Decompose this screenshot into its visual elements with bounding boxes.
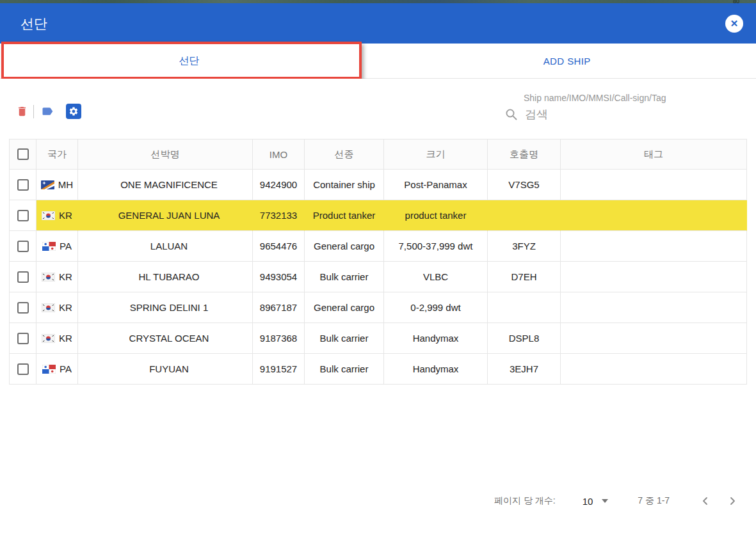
cell-size: Handymax bbox=[384, 323, 488, 354]
table-row[interactable]: MH ONE MAGNIFICENCE 9424900 Container sh… bbox=[9, 170, 747, 200]
country-flag-icon bbox=[42, 365, 56, 374]
table-row[interactable]: PA FUYUAN 9191527 Bulk carrier Handymax … bbox=[9, 354, 747, 385]
cell-country: KR bbox=[36, 262, 78, 292]
next-page-button[interactable] bbox=[727, 496, 737, 506]
row-checkbox[interactable] bbox=[17, 241, 29, 252]
cell-ship-name: FUYUAN bbox=[78, 354, 253, 385]
header-tag: 태그 bbox=[561, 139, 747, 170]
row-checkbox[interactable] bbox=[17, 271, 29, 283]
cell-select bbox=[9, 200, 36, 231]
toolbar-divider bbox=[33, 105, 34, 118]
cell-tag bbox=[561, 231, 747, 262]
header-select-all bbox=[9, 139, 36, 170]
close-icon: ✕ bbox=[730, 19, 739, 28]
row-checkbox[interactable] bbox=[17, 179, 29, 191]
header-ship-type: 선종 bbox=[305, 139, 384, 170]
search-icon bbox=[504, 107, 519, 122]
previous-page-button[interactable] bbox=[700, 496, 711, 506]
chevron-right-icon bbox=[727, 496, 737, 506]
cell-tag bbox=[561, 200, 747, 231]
search-area: Ship name/IMO/MMSI/Call-sign/Tag bbox=[504, 93, 696, 122]
row-checkbox[interactable] bbox=[17, 302, 29, 314]
cell-select bbox=[9, 354, 36, 385]
cell-imo: 9493054 bbox=[253, 262, 305, 292]
cell-select bbox=[9, 231, 36, 262]
tab-bar: 선단 ADD SHIP bbox=[0, 44, 756, 79]
cell-size: VLBC bbox=[384, 262, 488, 292]
cell-size: product tanker bbox=[384, 200, 488, 231]
cell-tag bbox=[561, 323, 747, 354]
range-label: 7 중 1-7 bbox=[638, 495, 670, 507]
cell-callsign bbox=[488, 200, 561, 231]
country-code: KR bbox=[59, 271, 72, 282]
table-row[interactable]: KR HL TUBARAO 9493054 Bulk carrier VLBC … bbox=[9, 262, 747, 292]
search-input[interactable] bbox=[525, 108, 679, 122]
per-page-label: 페이지 당 개수: bbox=[494, 495, 556, 507]
header-callsign: 호출명 bbox=[488, 139, 561, 170]
per-page-select[interactable]: 10 bbox=[583, 496, 593, 507]
cell-size: Handymax bbox=[384, 354, 488, 385]
cell-select bbox=[9, 292, 36, 323]
cell-callsign: 3FYZ bbox=[488, 231, 561, 262]
country-code: MH bbox=[58, 179, 73, 190]
cell-country: PA bbox=[36, 354, 78, 385]
chevron-left-icon bbox=[700, 496, 711, 506]
cell-ship-type: Bulk carrier bbox=[305, 262, 384, 292]
dialog-header: 선단 ✕ bbox=[0, 3, 756, 44]
cell-country: KR bbox=[36, 292, 78, 323]
cell-ship-type: Product tanker bbox=[305, 200, 384, 231]
cell-callsign bbox=[488, 292, 561, 323]
header-size: 크기 bbox=[384, 139, 488, 170]
cell-callsign: 3EJH7 bbox=[488, 354, 561, 385]
cell-size: 7,500-37,999 dwt bbox=[384, 231, 488, 262]
cell-tag bbox=[561, 354, 747, 385]
table-row[interactable]: KR GENERAL JUAN LUNA 7732133 Product tan… bbox=[9, 200, 747, 231]
table-row[interactable]: KR CRYSTAL OCEAN 9187368 Bulk carrier Ha… bbox=[9, 323, 747, 354]
per-page-dropdown-icon[interactable] bbox=[602, 499, 608, 503]
cell-ship-name: GENERAL JUAN LUNA bbox=[78, 200, 253, 231]
row-checkbox[interactable] bbox=[17, 210, 29, 221]
country-code: KR bbox=[59, 333, 72, 344]
cell-size: Post-Panamax bbox=[384, 170, 488, 200]
country-flag-icon bbox=[42, 273, 55, 282]
cell-imo: 9187368 bbox=[253, 323, 305, 354]
cell-imo: 8967187 bbox=[253, 292, 305, 323]
cell-size: 0-2,999 dwt bbox=[384, 292, 488, 323]
delete-button[interactable] bbox=[15, 104, 28, 119]
country-flag-icon bbox=[42, 334, 55, 343]
tab-add-ship[interactable]: ADD SHIP bbox=[378, 44, 756, 78]
toolbar-region: Ship name/IMO/MMSI/Call-sign/Tag bbox=[0, 79, 756, 139]
cell-ship-type: General cargo bbox=[305, 292, 384, 323]
tab-fleet[interactable]: 선단 bbox=[0, 44, 378, 78]
cell-country: KR bbox=[36, 200, 78, 231]
cell-imo: 9191527 bbox=[253, 354, 305, 385]
tag-button[interactable] bbox=[40, 106, 55, 117]
cell-tag bbox=[561, 292, 747, 323]
cell-country: KR bbox=[36, 323, 78, 354]
cell-callsign: V7SG5 bbox=[488, 170, 561, 200]
cell-ship-type: Bulk carrier bbox=[305, 354, 384, 385]
cell-country: MH bbox=[36, 170, 78, 200]
cell-country: PA bbox=[36, 231, 78, 262]
cell-tag bbox=[561, 262, 747, 292]
pagination-footer: 페이지 당 개수: 10 7 중 1-7 bbox=[494, 489, 737, 513]
country-code: KR bbox=[59, 210, 72, 221]
table-row[interactable]: KR SPRING DELINI 1 8967187 General cargo… bbox=[9, 292, 747, 323]
select-all-checkbox[interactable] bbox=[17, 148, 29, 160]
cell-ship-name: HL TUBARAO bbox=[78, 262, 253, 292]
close-button[interactable]: ✕ bbox=[725, 15, 743, 33]
table-header-row: 국가 선박명 IMO 선종 크기 호출명 태그 bbox=[9, 139, 747, 170]
cell-ship-name: LALUAN bbox=[78, 231, 253, 262]
cell-ship-type: Container ship bbox=[305, 170, 384, 200]
settings-button[interactable] bbox=[66, 104, 81, 119]
cell-callsign: D7EH bbox=[488, 262, 561, 292]
cell-select bbox=[9, 323, 36, 354]
table-row[interactable]: PA LALUAN 9654476 General cargo 7,500-37… bbox=[9, 231, 747, 262]
country-flag-icon bbox=[41, 180, 54, 189]
row-checkbox[interactable] bbox=[17, 363, 29, 375]
row-checkbox[interactable] bbox=[17, 333, 29, 344]
header-country: 국가 bbox=[36, 139, 78, 170]
fleet-dialog: 80 선단 ✕ 선단 ADD SHIP Ship name/ bbox=[0, 0, 756, 533]
cell-select bbox=[9, 170, 36, 200]
cell-ship-name: SPRING DELINI 1 bbox=[78, 292, 253, 323]
